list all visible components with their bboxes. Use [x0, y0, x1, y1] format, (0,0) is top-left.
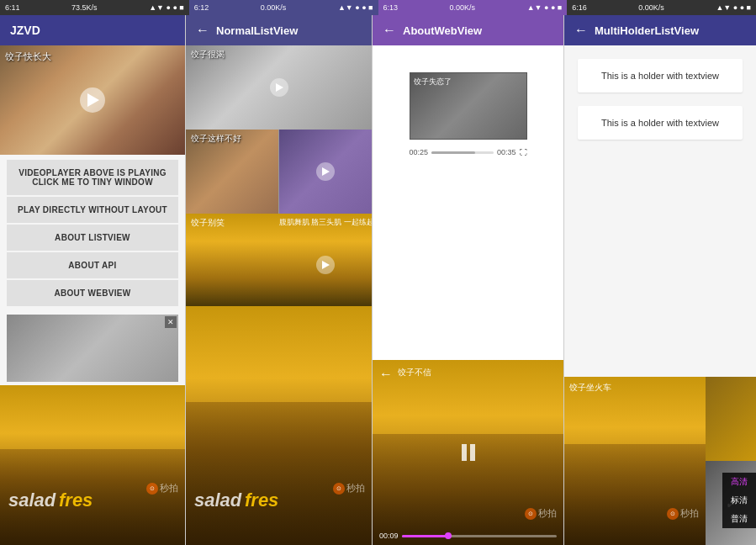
panel-2-back-arrow[interactable]: ← [196, 23, 209, 38]
list-item-0-title: 饺子很渴 [191, 49, 225, 61]
tiny-window-button[interactable]: VIDEOPLAYER ABOVE IS PLAYING CLICK ME TO… [7, 160, 178, 195]
p3-bottom-controls: 00:09 [379, 532, 557, 540]
fullscreen-icon[interactable]: ⛶ [520, 148, 527, 156]
p4-video-title: 饺子坐火车 [569, 382, 611, 394]
panel-3-content: 饺子失恋了 00:25 00:35 ⛶ [373, 45, 563, 360]
panel-3-title: AboutWebView [403, 24, 482, 37]
panel-1-buttons: VIDEOPLAYER ABOVE IS PLAYING CLICK ME TO… [0, 155, 185, 311]
p4-watermark: ⊙ 秒拍 [667, 507, 699, 520]
main-video-title: 饺子快长大 [5, 50, 51, 63]
list-item-0[interactable]: 饺子很渴 [186, 45, 372, 130]
p3-time-bar: 00:09 [379, 532, 557, 540]
list-item-3[interactable]: 饺子别笑 腹肌舞肌 胳三头肌 一起练起来 [186, 214, 372, 306]
p3-back-arrow-icon[interactable]: ← [379, 367, 393, 382]
webview-video-player[interactable]: 饺子失恋了 [410, 72, 527, 140]
list-item-3-subtitle: 腹肌舞肌 胳三头肌 一起练起来 [279, 217, 373, 228]
panel-4-back-arrow[interactable]: ← [574, 23, 588, 38]
p3-progress-dot [445, 532, 452, 539]
webview-video-title: 饺子失恋了 [414, 77, 452, 87]
panel-3-bottom-video[interactable]: ← 饺子不信 00:09 ⊙ 秒拍 [373, 360, 563, 545]
webview-progress-bar[interactable] [431, 151, 494, 154]
panel-multiholderlistview: ← MultiHolderListView This is a holder w… [563, 15, 756, 545]
status-bar-2: 6:12 0.00K/s ▲▼ ● ● ■ [189, 0, 378, 15]
p4-main-video[interactable]: 饺子坐火车 ⊙ 秒拍 [564, 377, 706, 545]
video-grid-row-1: 饺子这样不好 [186, 130, 372, 214]
quality-option-sd[interactable]: 标清 [722, 491, 756, 510]
about-api-button[interactable]: ABOUT API [7, 252, 178, 278]
status-bar-1: 6:11 73.5K/s ▲▼ ● ● ■ [0, 0, 189, 15]
panel-4-header: ← MultiHolderListView [564, 15, 756, 45]
mini-video-player[interactable]: ✕ [7, 315, 178, 382]
status-bar-3: 6:13 0.00K/s ▲▼ ● ● ■ [378, 0, 568, 15]
list-item-1-title: 饺子这样不好 [191, 133, 241, 145]
quality-option-ld[interactable]: 普清 [722, 510, 756, 528]
webview-time-end: 00:35 [497, 148, 516, 156]
about-listview-button[interactable]: ABOUT LISTVIEW [7, 225, 178, 251]
panel-2-list: 饺子很渴 饺子这样不好 饺子别笑 [186, 45, 372, 545]
p3-progress-fill [402, 535, 448, 537]
holder-text-item-1: This is a holder with textview [578, 106, 743, 140]
mini-video-close-button[interactable]: ✕ [165, 316, 177, 328]
panel-2-bottom-video[interactable]: salad fres ⊙ 秒拍 [186, 306, 372, 545]
holder-text-item-0: This is a holder with textview [578, 59, 743, 93]
watermark-1: ⊙ 秒拍 [146, 482, 178, 495]
panel-2-header: ← NormalListView [186, 15, 372, 45]
p2-fresh-text: fres [245, 489, 278, 511]
status-bar-4: 6:16 0.00K/s ▲▼ ● ● ■ [567, 0, 756, 15]
panel-3-header: ← AboutWebView [373, 15, 563, 45]
panel-1-header: JZVD [0, 15, 185, 45]
webview-progress-fill [431, 151, 475, 154]
p3-progress-bar[interactable] [402, 535, 557, 537]
panel-4-bottom-video[interactable]: 饺子坐火车 ⊙ 秒拍 ✓ 高清 标清 普清 [564, 377, 756, 545]
panel-4-list: This is a holder with textview This is a… [564, 45, 756, 377]
panel-2-title: NormalListView [216, 24, 298, 37]
panel-4-title: MultiHolderListView [595, 24, 699, 37]
panel-3-back-arrow[interactable]: ← [383, 23, 396, 38]
list-item-3-title: 饺子别笑 [191, 217, 225, 229]
play-icon-2 [322, 167, 330, 176]
pause-bar-right [470, 444, 475, 461]
salad-text: salad [8, 489, 56, 511]
p4-thumb-0[interactable] [706, 377, 756, 461]
play-without-layout-button[interactable]: PLAY DIRECTLY WITHOUT LAYOUT [7, 197, 178, 223]
quality-option-hd[interactable]: 高清 [722, 473, 756, 491]
panel-1-main-video[interactable]: 饺子快长大 [0, 45, 185, 155]
list-item-2[interactable] [279, 130, 372, 214]
p3-time-start: 00:09 [379, 532, 399, 540]
panel-jzvd: JZVD 饺子快长大 VIDEOPLAYER ABOVE IS PLAYING … [0, 15, 185, 545]
quality-menu: 高清 标清 普清 [722, 473, 756, 528]
webview-time-start: 00:25 [410, 148, 429, 156]
p2-salad-text: salad [194, 489, 241, 511]
panels-container: JZVD 饺子快长大 VIDEOPLAYER ABOVE IS PLAYING … [0, 15, 756, 545]
main-video-play-btn[interactable] [80, 87, 105, 113]
list-item-3-play[interactable] [316, 256, 335, 274]
about-webview-button[interactable]: ABOUT WEBVIEW [7, 280, 178, 306]
list-item-0-play[interactable] [270, 78, 288, 97]
panel-normallistview: ← NormalListView 饺子很渴 饺子这样不好 [185, 15, 372, 545]
panel-1-title: JZVD [10, 24, 40, 37]
fresh-text: fres [59, 489, 93, 511]
p3-watermark: ⊙ 秒拍 [525, 507, 557, 520]
list-item-2-play[interactable] [316, 162, 335, 181]
play-icon-0 [276, 83, 283, 92]
list-item-1[interactable]: 饺子这样不好 [186, 130, 279, 214]
p3-pause-icon[interactable] [462, 444, 475, 461]
webview-controls: 00:25 00:35 ⛶ [410, 148, 527, 156]
p3-video-title: 饺子不信 [398, 367, 431, 378]
panel-1-bottom-video[interactable]: salad fres ⊙ 秒拍 [0, 385, 185, 545]
p2-watermark: ⊙ 秒拍 [333, 482, 365, 495]
play-icon-3 [322, 261, 330, 269]
panel-aboutwebview: ← AboutWebView 饺子失恋了 00:25 00:35 ⛶ ← [372, 15, 563, 545]
play-triangle-icon [87, 93, 99, 107]
pause-bar-left [462, 444, 467, 461]
status-bars: 6:11 73.5K/s ▲▼ ● ● ■ 6:12 0.00K/s ▲▼ ● … [0, 0, 756, 15]
